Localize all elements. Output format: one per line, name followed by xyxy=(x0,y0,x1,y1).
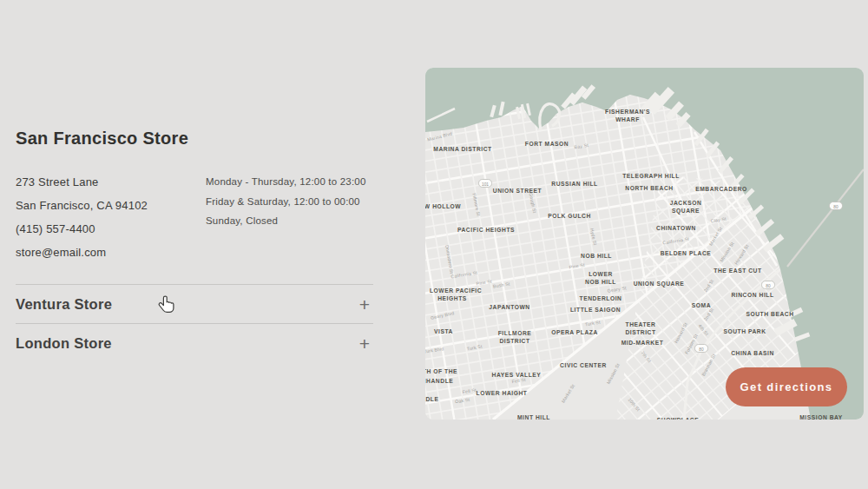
svg-text:OPERA PLAZA: OPERA PLAZA xyxy=(551,329,598,335)
accordion-item[interactable]: London Store+ xyxy=(16,323,373,362)
svg-text:TH OF THE: TH OF THE xyxy=(425,368,457,374)
plus-icon[interactable]: + xyxy=(359,334,373,353)
svg-text:LITTLE SAIGON: LITTLE SAIGON xyxy=(570,307,621,313)
svg-text:SOUTH PARK: SOUTH PARK xyxy=(723,328,766,334)
svg-text:SQUARE: SQUARE xyxy=(672,208,700,215)
svg-text:NOB HILL: NOB HILL xyxy=(581,253,612,259)
svg-text:NOB HILL: NOB HILL xyxy=(585,279,616,285)
address-line: 273 Street Lane xyxy=(16,170,148,194)
svg-text:WHARF: WHARF xyxy=(615,116,640,122)
svg-text:DISTRICT: DISTRICT xyxy=(499,338,530,344)
svg-text:LOWER PACIFIC: LOWER PACIFIC xyxy=(430,287,482,294)
svg-text:MARINA DISTRICT: MARINA DISTRICT xyxy=(433,146,492,152)
svg-text:VISTA: VISTA xyxy=(434,328,453,334)
svg-text:MID-MARKET: MID-MARKET xyxy=(621,340,664,346)
svg-text:HEIGHTS: HEIGHTS xyxy=(437,295,467,301)
svg-text:MISSION BAY: MISSION BAY xyxy=(799,414,843,420)
accordion-item-label: London Store xyxy=(16,335,112,352)
svg-text:UNION SQUARE: UNION SQUARE xyxy=(634,281,685,287)
svg-text:PACIFIC HEIGHTS: PACIFIC HEIGHTS xyxy=(457,227,515,233)
get-directions-button[interactable]: Get directions xyxy=(726,367,847,406)
svg-text:LOWER HAIGHT: LOWER HAIGHT xyxy=(477,390,528,396)
hours-lines: Monday - Thursday, 12:00 to 23:00Friday … xyxy=(206,172,366,231)
accordion-item-label: Ventura Store xyxy=(16,296,112,313)
svg-text:RUSSIAN HILL: RUSSIAN HILL xyxy=(551,181,597,187)
svg-text:SOUTH BEACH: SOUTH BEACH xyxy=(746,311,793,317)
store-accordion: Ventura Store+London Store+ xyxy=(16,284,373,362)
hours-line: Monday - Thursday, 12:00 to 23:00 xyxy=(206,172,366,192)
svg-text:FILLMORE: FILLMORE xyxy=(498,330,532,336)
svg-text:THEATER: THEATER xyxy=(626,321,656,327)
svg-text:FISHERMAN'S: FISHERMAN'S xyxy=(605,109,650,115)
hours-line: Sunday, Closed xyxy=(206,211,366,231)
address-line: (415) 557-4400 xyxy=(16,217,148,241)
svg-text:TELEGRAPH HILL: TELEGRAPH HILL xyxy=(622,173,680,179)
svg-text:UNION STREET: UNION STREET xyxy=(493,188,542,194)
svg-text:BELDEN PLACE: BELDEN PLACE xyxy=(661,250,712,256)
page-title: San Francisco Store xyxy=(16,129,188,149)
svg-text:NHANDLE: NHANDLE xyxy=(425,378,453,384)
svg-text:THE EAST CUT: THE EAST CUT xyxy=(713,268,762,274)
address-lines: 273 Street LaneSan Francisco, CA 94102(4… xyxy=(16,170,148,264)
svg-text:CIVIC CENTER: CIVIC CENTER xyxy=(560,362,607,368)
svg-text:80: 80 xyxy=(833,205,838,209)
svg-text:HAYES VALLEY: HAYES VALLEY xyxy=(492,372,542,378)
address-line: San Francisco, CA 94102 xyxy=(16,194,148,217)
svg-text:MINT HILL: MINT HILL xyxy=(517,414,550,420)
svg-text:NORTH BEACH: NORTH BEACH xyxy=(625,185,673,191)
svg-text:80: 80 xyxy=(699,347,704,352)
svg-text:CHINATOWN: CHINATOWN xyxy=(656,225,696,231)
svg-text:TENDERLOIN: TENDERLOIN xyxy=(580,295,622,301)
svg-text:DLE: DLE xyxy=(425,396,438,402)
svg-text:EMBARCADERO: EMBARCADERO xyxy=(695,186,747,192)
svg-text:JACKSON: JACKSON xyxy=(670,200,702,206)
hours-line: Friday & Saturday, 12:00 to 00:00 xyxy=(206,192,366,212)
plus-icon[interactable]: + xyxy=(359,295,373,314)
svg-text:POLK GULCH: POLK GULCH xyxy=(548,213,591,219)
svg-text:101: 101 xyxy=(482,182,489,187)
address-line: store@email.com xyxy=(16,241,148,264)
svg-text:DISTRICT: DISTRICT xyxy=(625,329,656,335)
svg-text:CHINA BASIN: CHINA BASIN xyxy=(731,350,774,356)
svg-text:SHOWPLACE: SHOWPLACE xyxy=(657,417,699,420)
svg-text:SOMA: SOMA xyxy=(692,302,711,308)
svg-text:RINCON HILL: RINCON HILL xyxy=(731,292,773,298)
svg-text:JAPANTOWN: JAPANTOWN xyxy=(489,304,529,310)
accordion-item[interactable]: Ventura Store+ xyxy=(16,284,373,323)
svg-text:W HOLLOW: W HOLLOW xyxy=(425,203,461,209)
store-locator-page: San Francisco Store 273 Street LaneSan F… xyxy=(0,0,868,489)
svg-text:LOWER: LOWER xyxy=(589,271,613,277)
svg-text:FORT MASON: FORT MASON xyxy=(525,141,569,147)
svg-text:80: 80 xyxy=(766,284,771,288)
